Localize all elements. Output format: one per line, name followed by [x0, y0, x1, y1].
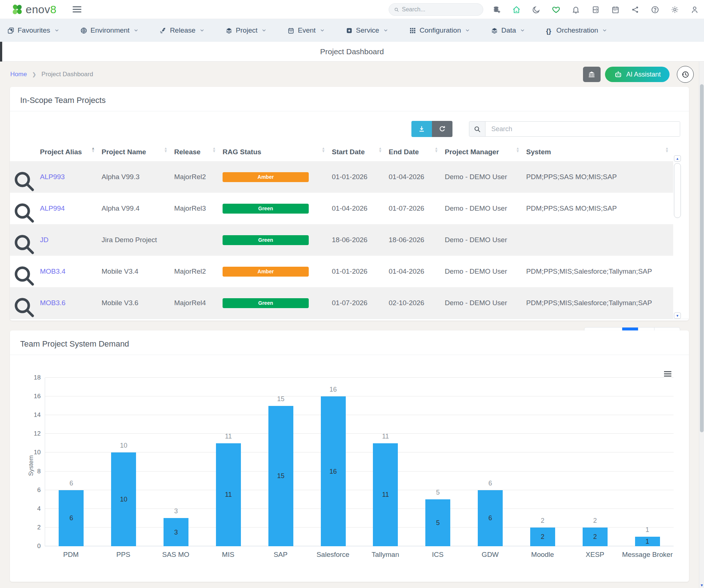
release-cell: MajorRel2 [172, 161, 220, 193]
archive-icon[interactable] [591, 5, 600, 14]
column-header-system[interactable]: System▲▼ [524, 137, 673, 161]
bar-gdw: 6 [478, 490, 503, 546]
table-search-input[interactable] [485, 122, 680, 136]
nav-item-configuration[interactable]: Configuration [409, 26, 470, 34]
gear-icon[interactable] [671, 5, 679, 14]
bar-pps: 10 [111, 452, 136, 546]
bar-slots: 6610103311111515161611115566222211 [45, 378, 674, 546]
user-icon[interactable] [690, 5, 699, 14]
projects-table-wrap: Project Alias▲▼Project Name▲▼Release▲▼RA… [10, 137, 689, 319]
nav-item-event[interactable]: Event [287, 26, 325, 34]
nav-item-orchestration[interactable]: {}Orchestration [546, 26, 607, 34]
title-bar: Project Dashboard [0, 42, 704, 62]
chart-card-title: Team Project System Demand [20, 339, 679, 349]
column-label: End Date [389, 148, 419, 156]
sort-arrows-icon[interactable]: ▲▼ [91, 147, 95, 153]
nav-item-label: Favourites [18, 26, 50, 34]
column-header-rag-status[interactable]: RAG Status▲▼ [220, 137, 330, 161]
row-inspect-icon[interactable] [12, 201, 36, 224]
end-date-cell: 01-04-2026 [386, 161, 443, 193]
project-alias-link[interactable]: ALP994 [40, 204, 65, 212]
sort-arrows-icon[interactable]: ▲▼ [434, 147, 438, 153]
column-header-start-date[interactable]: Start Date▲▼ [330, 137, 386, 161]
nav-item-label: Environment [91, 26, 130, 34]
project-alias-link[interactable]: JD [40, 236, 48, 244]
heart-icon[interactable] [552, 5, 560, 14]
sort-arrows-icon[interactable]: ▲▼ [665, 147, 669, 153]
breadcrumb: Home ❯ Project Dashboard [10, 71, 93, 78]
breadcrumb-home-link[interactable]: Home [10, 71, 27, 78]
breadcrumb-actions: AI Assistant [583, 66, 694, 83]
calendar-icon[interactable] [611, 5, 620, 14]
x-axis-labels: PDMPPSSAS MOMISSAPSalesforceTallymanICSG… [45, 551, 674, 559]
project-alias-link[interactable]: MOB3.6 [40, 299, 66, 307]
project-name-cell: Mobile V3.4 [99, 256, 172, 287]
column-header-project-alias[interactable]: Project Alias▲▼ [38, 137, 99, 161]
row-inspect-icon[interactable] [12, 232, 36, 256]
table-scrollbar-thumb[interactable] [674, 163, 681, 218]
system-demand-card: Team Project System Demand System 024681… [10, 330, 689, 582]
x-axis-category-label: SAS MO [150, 551, 202, 559]
ai-assistant-button[interactable]: AI Assistant [605, 67, 670, 82]
menu-toggle-icon[interactable] [73, 6, 81, 12]
y-axis-tick: 0 [37, 543, 41, 550]
sort-arrows-icon[interactable]: ▲▼ [378, 147, 382, 153]
history-button[interactable] [677, 66, 694, 83]
bar-value-inside-label: 16 [330, 467, 337, 475]
sort-arrows-icon[interactable]: ▲▼ [212, 147, 216, 153]
row-inspect-icon[interactable] [12, 264, 36, 287]
chart-context-menu-icon[interactable] [663, 370, 673, 378]
column-label: RAG Status [223, 148, 261, 156]
sort-arrows-icon[interactable]: ▲▼ [322, 147, 325, 153]
bar-value-label: 2 [593, 517, 597, 525]
system-cell: PDM;PPS;SAS MO;MIS;SAP [524, 193, 673, 224]
x-axis-category-label: ICS [411, 551, 464, 559]
page-scrollbar: ▼ [699, 62, 704, 588]
page-scrollbar-thumb[interactable] [700, 84, 704, 432]
page-scroll-down-arrow[interactable]: ▼ [699, 583, 704, 587]
row-inspect-icon[interactable] [12, 295, 36, 319]
database-add-icon[interactable] [492, 5, 501, 14]
column-header-end-date[interactable]: End Date▲▼ [386, 137, 443, 161]
bar-slot: 33 [150, 378, 202, 546]
nav-item-data[interactable]: Data [491, 26, 525, 34]
chevron-down-icon [199, 28, 205, 33]
nav-item-release[interactable]: Release [160, 26, 205, 34]
row-inspect-icon[interactable] [12, 169, 36, 193]
orchestration-icon: {} [546, 27, 553, 34]
refresh-button[interactable] [432, 121, 452, 137]
nav-item-environment[interactable]: Environment [80, 26, 139, 34]
sort-arrows-icon[interactable]: ▲▼ [516, 147, 520, 153]
table-scroll-up-arrow[interactable]: ▲ [674, 155, 681, 162]
release-cell: MajorRel3 [172, 193, 220, 224]
global-search [389, 3, 483, 16]
column-header-release[interactable]: Release▲▼ [172, 137, 220, 161]
project-name-cell: Alpha V99.3 [99, 161, 172, 193]
nav-item-project[interactable]: Project [225, 26, 267, 34]
home-icon[interactable] [512, 5, 521, 14]
share-icon[interactable] [631, 5, 639, 14]
table-scroll-down-arrow[interactable]: ▼ [674, 313, 681, 319]
rag-status-badge: Green [223, 298, 309, 308]
download-button[interactable] [411, 121, 432, 137]
bell-icon[interactable] [572, 5, 580, 14]
project-alias-link[interactable]: ALP993 [40, 173, 65, 181]
top-header: enov8 [0, 0, 704, 19]
bar-slot: 1111 [359, 378, 412, 546]
project-alias-link[interactable]: MOB3.4 [40, 267, 66, 275]
global-search-input[interactable] [402, 6, 478, 13]
nav-item-favourites[interactable]: Favourites [7, 26, 59, 34]
column-header-actions [10, 137, 38, 161]
bank-button[interactable] [583, 67, 601, 82]
x-axis-category-label: SAP [254, 551, 307, 559]
breadcrumb-row: Home ❯ Project Dashboard AI Assistant [0, 62, 704, 87]
moon-icon[interactable] [532, 5, 540, 14]
logo-text: enov8 [26, 3, 56, 16]
column-header-project-manager[interactable]: Project Manager▲▼ [443, 137, 524, 161]
column-header-project-name[interactable]: Project Name▲▼ [99, 137, 172, 161]
help-icon[interactable] [651, 5, 659, 14]
sort-arrows-icon[interactable]: ▲▼ [164, 147, 168, 153]
bar-value-inside-label: 15 [277, 472, 285, 480]
nav-item-service[interactable]: Service [346, 26, 388, 34]
enov8-logo[interactable]: enov8 [11, 3, 56, 16]
